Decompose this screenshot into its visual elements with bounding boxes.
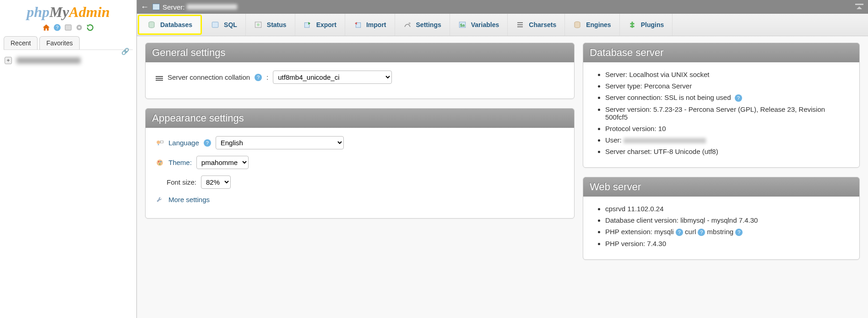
info-item: cpsrvd 11.102.0.24 bbox=[605, 205, 849, 213]
info-item: User: bbox=[605, 136, 849, 144]
sidebar-toolbar: ? bbox=[0, 23, 136, 32]
help-icon[interactable]: ? bbox=[204, 139, 211, 147]
link-icon[interactable]: 🔗 bbox=[121, 48, 129, 55]
home-icon[interactable] bbox=[42, 23, 50, 32]
svg-point-9 bbox=[257, 23, 260, 26]
tab-import[interactable]: Import bbox=[345, 14, 395, 36]
help-icon[interactable]: ? bbox=[698, 229, 705, 236]
panel-title: Appearance settings bbox=[146, 109, 574, 128]
plugins-icon bbox=[628, 21, 636, 29]
info-item: Server connection: SSL is not being used… bbox=[605, 93, 849, 102]
server-host bbox=[187, 4, 237, 10]
help-icon[interactable]: ? bbox=[676, 229, 683, 236]
svg-rect-2 bbox=[65, 25, 71, 30]
svg-point-26 bbox=[160, 161, 162, 162]
tab-databases[interactable]: Databases bbox=[138, 15, 202, 35]
help-icon[interactable]: ? bbox=[735, 94, 742, 102]
sidebar: phpMyAdmin ? Recent Favorites 🔗 + bbox=[0, 0, 136, 318]
tab-recent[interactable]: Recent bbox=[4, 36, 38, 49]
tab-status[interactable]: Status bbox=[246, 14, 295, 36]
refresh-icon[interactable] bbox=[86, 23, 94, 32]
panel-web-server: Web server cpsrvd 11.102.0.24 Database c… bbox=[583, 177, 860, 260]
info-item: Server charset: UTF-8 Unicode (utf8) bbox=[605, 148, 849, 155]
tab-plugins[interactable]: Plugins bbox=[620, 14, 673, 36]
info-item: Server type: Percona Server bbox=[605, 82, 849, 90]
language-label: Language bbox=[168, 139, 199, 147]
charsets-icon bbox=[516, 21, 524, 29]
collapse-icon[interactable] bbox=[854, 3, 864, 11]
collation-label: Server connection collation bbox=[168, 73, 250, 81]
wrench-icon bbox=[156, 195, 164, 203]
language-icon bbox=[156, 139, 164, 147]
fontsize-label: Font size: bbox=[167, 178, 196, 186]
svg-rect-23 bbox=[161, 141, 163, 143]
database-icon bbox=[147, 21, 156, 29]
tab-favorites[interactable]: Favorites bbox=[39, 36, 80, 49]
svg-point-4 bbox=[78, 27, 81, 29]
variables-icon: $a bbox=[458, 21, 467, 29]
expand-icon[interactable]: + bbox=[5, 57, 12, 64]
svg-text:?: ? bbox=[56, 25, 59, 30]
language-select[interactable]: English bbox=[216, 136, 344, 149]
panel-title: Database server bbox=[583, 43, 859, 62]
info-item: PHP extension: mysqli ? curl ? mbstring … bbox=[605, 228, 849, 236]
help-icon[interactable]: ? bbox=[53, 23, 61, 32]
info-item: Server: Localhost via UNIX socket bbox=[605, 71, 849, 78]
tab-export[interactable]: Export bbox=[295, 14, 345, 36]
svg-point-24 bbox=[157, 159, 163, 166]
server-icon bbox=[152, 4, 160, 10]
panel-appearance: Appearance settings Language ? English T… bbox=[145, 108, 575, 219]
tab-settings[interactable]: Settings bbox=[395, 14, 450, 36]
theme-select[interactable]: pmahomme bbox=[196, 156, 249, 169]
info-item: Protocol version: 10 bbox=[605, 125, 849, 132]
info-item: PHP version: 7.4.30 bbox=[605, 240, 849, 247]
svg-text:$a: $a bbox=[460, 23, 465, 27]
list-icon bbox=[156, 75, 163, 80]
db-tree: + bbox=[0, 50, 136, 71]
sidebar-tabs: Recent Favorites bbox=[4, 36, 133, 50]
help-icon[interactable]: ? bbox=[735, 229, 743, 236]
topbar: ← Server: bbox=[137, 0, 868, 14]
panel-title: Web server bbox=[583, 177, 859, 197]
collation-select[interactable]: utf8mb4_unicode_ci bbox=[273, 71, 392, 84]
main: ← Server: Databases SQL Status Export Im… bbox=[136, 0, 868, 318]
svg-rect-5 bbox=[855, 4, 863, 5]
sql-icon[interactable] bbox=[64, 23, 72, 32]
settings-icon bbox=[403, 21, 412, 29]
back-button[interactable]: ← bbox=[141, 2, 149, 12]
info-item: Server version: 5.7.23-23 - Percona Serv… bbox=[605, 105, 849, 121]
svg-rect-7 bbox=[212, 22, 218, 27]
fontsize-select[interactable]: 82% bbox=[201, 175, 231, 189]
theme-icon bbox=[156, 159, 164, 167]
server-label: Server: bbox=[163, 3, 184, 11]
panel-general: General settings Server connection colla… bbox=[145, 43, 575, 99]
logo: phpMyAdmin bbox=[0, 4, 136, 21]
import-icon bbox=[353, 21, 362, 29]
panel-title: General settings bbox=[146, 43, 574, 62]
workarea: General settings Server connection colla… bbox=[137, 36, 868, 318]
status-icon bbox=[254, 21, 262, 29]
svg-point-27 bbox=[159, 163, 161, 164]
tab-charsets[interactable]: Charsets bbox=[508, 14, 565, 36]
export-icon bbox=[304, 21, 312, 29]
panel-db-server: Database server Server: Localhost via UN… bbox=[583, 43, 860, 168]
tab-variables[interactable]: $aVariables bbox=[450, 14, 508, 36]
main-tabs: Databases SQL Status Export Import Setti… bbox=[137, 14, 868, 36]
info-item: Database client version: libmysql - mysq… bbox=[605, 216, 849, 224]
tab-engines[interactable]: Engines bbox=[565, 14, 619, 36]
theme-label: Theme: bbox=[168, 159, 192, 166]
sql-icon bbox=[211, 21, 219, 29]
tab-sql[interactable]: SQL bbox=[203, 14, 246, 36]
help-icon[interactable]: ? bbox=[255, 74, 262, 81]
engines-icon bbox=[573, 21, 581, 29]
more-settings-link[interactable]: More settings bbox=[168, 196, 210, 203]
svg-point-12 bbox=[408, 22, 411, 25]
gear-icon[interactable] bbox=[75, 23, 83, 32]
svg-point-22 bbox=[157, 140, 160, 144]
db-tree-item[interactable] bbox=[16, 57, 81, 64]
svg-point-25 bbox=[158, 161, 159, 162]
